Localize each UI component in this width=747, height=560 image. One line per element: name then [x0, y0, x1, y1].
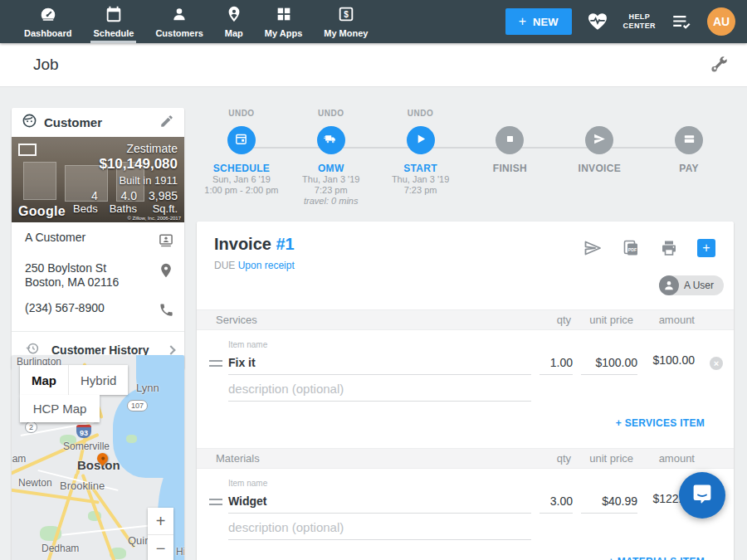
add-materials-item-link[interactable]: + MATERIALS ITEM	[608, 556, 705, 560]
map-type-toggle: Map Hybrid	[20, 365, 128, 395]
drag-handle[interactable]	[209, 360, 222, 370]
nav-item-label: Map	[225, 28, 243, 38]
address-line2: Boston, MA 02116	[25, 275, 158, 290]
map-type-hybrid-button[interactable]: Hybrid	[69, 365, 128, 395]
undo-button[interactable]: UNDO	[228, 109, 254, 119]
zestimate-value: $10,149,080	[73, 156, 178, 173]
timeline-step-omw: UNDO OMW Thu, Jan 3 '19 7:23 pm travel: …	[286, 98, 376, 220]
play-icon	[413, 132, 427, 149]
help-center-button[interactable]: HELP CENTER	[623, 12, 656, 31]
start-step-button[interactable]	[407, 126, 435, 154]
invoice-number[interactable]: #1	[276, 235, 294, 253]
pay-step-button[interactable]	[675, 126, 703, 154]
phone-icon[interactable]	[159, 301, 174, 321]
job-tools-icon[interactable]	[709, 55, 729, 75]
nav-item-my-money[interactable]: $ My Money	[313, 0, 378, 43]
customer-face-icon	[22, 113, 37, 132]
baths-label: Baths	[110, 202, 137, 215]
job-timeline: UNDO SCHEDULE Sun, Jan 6 '19 1:00 pm - 2…	[197, 98, 734, 220]
step-label: SCHEDULE	[213, 163, 270, 174]
qty-input[interactable]: 3.00	[540, 494, 573, 514]
interstate-93-shield: 93	[76, 425, 91, 438]
dollar-icon: $	[337, 5, 355, 28]
assigned-user-chip[interactable]: A User	[659, 275, 724, 295]
hcp-map-button[interactable]: HCP Map	[20, 395, 100, 422]
description-input[interactable]: description (optional)	[228, 520, 531, 540]
qty-input[interactable]: 1.00	[540, 356, 573, 375]
svg-text:PDF: PDF	[628, 247, 637, 252]
zoom-in-button[interactable]: +	[148, 508, 173, 535]
property-photo[interactable]: Zestimate $10,149,080 Built in 1911 4Bed…	[12, 137, 184, 222]
step-time: 1:00 pm - 2:00 pm	[204, 185, 278, 196]
due-terms-link[interactable]: Upon receipt	[238, 260, 295, 271]
zoom-out-button[interactable]: −	[148, 535, 173, 560]
chat-launcher-button[interactable]	[679, 472, 725, 519]
chat-bubble-icon	[690, 481, 715, 509]
invoice-card: Invoice #1 DUE Upon receipt PDF + A User	[197, 222, 734, 560]
sqft-value: 3,985	[149, 189, 178, 202]
material-item-row: Item name Widget 3.00 $40.99 $122.97 des…	[197, 469, 734, 552]
heart-pulse-icon[interactable]	[587, 11, 608, 32]
map-label-hingham: Hi	[176, 546, 184, 558]
amount-column-header: amount	[633, 314, 695, 326]
remove-item-button[interactable]: ×	[710, 357, 723, 370]
send-plane-icon	[593, 132, 607, 149]
map-label-newton: Newton	[18, 477, 52, 489]
svg-text:$: $	[344, 10, 349, 19]
credit-card-icon	[682, 132, 696, 149]
item-name-input[interactable]: Fix it	[228, 356, 531, 375]
add-invoice-button[interactable]: +	[697, 239, 715, 257]
task-list-icon[interactable]	[671, 11, 692, 32]
zestimate-block: Zestimate $10,149,080 Built in 1911 4Bed…	[73, 142, 178, 215]
new-button[interactable]: + NEW	[505, 8, 572, 35]
assigned-user-name: A User	[684, 280, 714, 291]
print-icon[interactable]	[659, 238, 679, 258]
invoice-due: DUE Upon receipt	[214, 260, 295, 271]
street-view-icon[interactable]	[18, 144, 37, 156]
drag-handle[interactable]	[209, 499, 222, 509]
map-widget[interactable]: Burlington Lynn 107 2 93 Somerville ham …	[12, 355, 184, 560]
map-zoom-control: + −	[148, 508, 173, 560]
pdf-icon[interactable]: PDF	[621, 238, 641, 258]
help-center-line2: CENTER	[623, 22, 656, 31]
finish-step-button[interactable]	[496, 126, 524, 154]
materials-section: Materials qty unit price amount Item nam…	[197, 448, 734, 560]
photo-credit: © Zillow, Inc. 2006-2017	[128, 216, 181, 221]
omw-step-button[interactable]	[317, 126, 345, 154]
customer-card-title: Customer	[44, 115, 102, 129]
step-label: OMW	[318, 163, 344, 174]
invoice-step-button[interactable]	[585, 126, 613, 154]
description-input[interactable]: description (optional)	[228, 382, 531, 402]
nav-item-label: Schedule	[93, 28, 134, 38]
section-name: Services	[216, 314, 521, 326]
map-label-waltham: ham	[12, 453, 26, 465]
timeline-step-invoice: INVOICE	[554, 98, 644, 220]
nav-item-label: My Money	[324, 28, 368, 38]
page-header: Job	[0, 43, 747, 87]
amount-value: $100.00	[628, 353, 695, 367]
item-name-input[interactable]: Widget	[228, 494, 531, 514]
route-badge-2: 2	[25, 421, 37, 433]
undo-button[interactable]: UNDO	[408, 109, 433, 119]
user-avatar[interactable]: AU	[707, 7, 735, 36]
nav-item-my-apps[interactable]: My Apps	[254, 0, 313, 43]
nav-item-map[interactable]: Map	[214, 0, 254, 43]
customer-name-row: A Customer	[12, 222, 184, 256]
add-services-item-link[interactable]: + SERVICES ITEM	[616, 417, 705, 429]
nav-item-label: Dashboard	[24, 28, 71, 38]
nav-item-customers[interactable]: Customers	[144, 0, 213, 43]
map-type-map-button[interactable]: Map	[20, 365, 69, 395]
app-window: Dashboard Schedule Customers Map My Apps…	[0, 0, 747, 560]
nav-item-dashboard[interactable]: Dashboard	[13, 0, 82, 43]
contact-card-icon[interactable]	[158, 231, 174, 251]
schedule-step-button[interactable]	[227, 126, 256, 154]
nav-items: Dashboard Schedule Customers Map My Apps…	[0, 0, 378, 43]
location-pin-icon[interactable]	[158, 261, 174, 282]
send-invoice-icon[interactable]	[583, 238, 603, 258]
address-line1: 250 Boylston St	[25, 261, 158, 275]
edit-pencil-icon[interactable]	[159, 114, 174, 132]
undo-button[interactable]: UNDO	[318, 109, 344, 119]
due-label: DUE	[214, 260, 235, 271]
customer-address: 250 Boylston St Boston, MA 02116	[25, 261, 158, 290]
nav-item-schedule[interactable]: Schedule	[82, 0, 144, 43]
